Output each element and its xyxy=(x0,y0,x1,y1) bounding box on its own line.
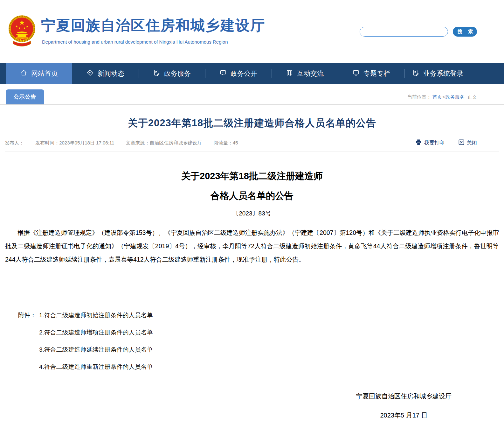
nav-item-label: 专题专栏 xyxy=(363,69,390,78)
breadcrumb-home-link[interactable]: 首页 xyxy=(432,94,442,100)
close-label: 关闭 xyxy=(467,140,477,146)
nav-item-label: 网站首页 xyxy=(31,69,58,78)
document-heading: 关于2023年第18批二级注册建造师 合格人员名单的公告 xyxy=(0,166,504,206)
section-tab-row: 公示公告 当前位置： 首页>政务服务 正文 xyxy=(0,89,504,105)
print-button[interactable]: 我要打印 xyxy=(416,139,445,146)
nav-item-disclosure[interactable]: 政务公开 xyxy=(205,63,272,84)
nav-item-label: 业务系统登录 xyxy=(423,69,463,78)
close-icon xyxy=(459,139,464,146)
attachment-link-1[interactable]: 1.符合二级建造师初始注册条件的人员名单 xyxy=(39,307,153,324)
document-heading-line2: 合格人员名单的公告 xyxy=(0,186,504,206)
attachment-row: 2.符合二级建造师增项注册条件的人员名单 xyxy=(18,324,504,341)
tag-icon xyxy=(86,69,94,78)
attachment-row: 附件： 1.符合二级建造师初始注册条件的人员名单 xyxy=(18,307,504,324)
attachment-link-3[interactable]: 3.符合二级建造师延续注册条件的人员名单 xyxy=(39,341,153,358)
speech-bubble-icon xyxy=(219,69,227,78)
document-pen-icon xyxy=(412,69,419,78)
site-title: 宁夏回族自治区住房和城乡建设厅 xyxy=(41,16,265,35)
attachment-row: 4.符合二级建造师重新注册条件的人员名单 xyxy=(18,358,504,375)
tab-public-announcements[interactable]: 公示公告 xyxy=(6,89,44,104)
print-label: 我要打印 xyxy=(424,140,445,146)
search-box: 搜 索 xyxy=(360,27,477,37)
nav-item-special-topics[interactable]: 专题专栏 xyxy=(338,63,404,84)
nav-item-label: 政务公开 xyxy=(231,69,257,78)
signature-block: 宁夏回族自治区住房和城乡建设厅 2023年5 月17 日 xyxy=(335,392,472,420)
attachment-link-2[interactable]: 2.符合二级建造师增项注册条件的人员名单 xyxy=(39,324,153,341)
nav-item-interaction[interactable]: 互动交流 xyxy=(272,63,338,84)
nav-item-news[interactable]: 新闻动态 xyxy=(72,63,139,84)
site-subtitle: Department of housing and urban rural de… xyxy=(42,39,228,45)
attachment-link-4[interactable]: 4.符合二级建造师重新注册条件的人员名单 xyxy=(39,358,153,375)
attachments-list: 附件： 1.符合二级建造师初始注册条件的人员名单 2.符合二级建造师增项注册条件… xyxy=(18,307,504,375)
document-paragraph: 根据《注册建造师管理规定》（建设部令第153号）、《宁夏回族自治区二级建造师注册… xyxy=(5,226,499,266)
article-meta: 发布人： 发布时间：2023年05月18日 17:06:11 文章来源：自治区住… xyxy=(5,140,248,146)
nav-item-business-login[interactable]: 业务系统登录 xyxy=(404,63,471,84)
home-icon xyxy=(20,69,27,78)
nav-item-label: 互动交流 xyxy=(297,69,324,78)
nav-item-label: 新闻动态 xyxy=(98,69,124,78)
breadcrumb-separator: > xyxy=(442,94,445,100)
monitor-icon xyxy=(352,69,360,78)
nav-item-label: 政务服务 xyxy=(164,69,191,78)
attachments-label: 附件： xyxy=(18,307,39,324)
document-pen-icon xyxy=(153,69,160,78)
article-source: 文章来源：自治区住房和城乡建设厅 xyxy=(126,140,202,145)
folded-map-icon xyxy=(286,69,293,78)
publish-time: 发布时间：2023年05月18日 17:06:11 xyxy=(35,140,114,145)
national-emblem-logo xyxy=(8,13,36,49)
page-title: 关于2023年第18批二级注册建造师合格人员名单的公告 xyxy=(0,116,504,130)
breadcrumb: 当前位置： 首页>政务服务 正文 xyxy=(407,94,477,100)
nav-item-services[interactable]: 政务服务 xyxy=(139,63,205,84)
article-actions: 我要打印 关闭 xyxy=(416,139,477,146)
document-heading-line1: 关于2023年第18批二级注册建造师 xyxy=(0,166,504,186)
article-meta-row: 发布人： 发布时间：2023年05月18日 17:06:11 文章来源：自治区住… xyxy=(5,139,499,151)
breadcrumb-section-link[interactable]: 政务服务 xyxy=(445,94,465,100)
printer-icon xyxy=(416,139,422,146)
document-number: 〔2023〕83号 xyxy=(0,209,504,218)
search-button[interactable]: 搜 索 xyxy=(453,27,477,37)
attachment-row: 3.符合二级建造师延续注册条件的人员名单 xyxy=(18,341,504,358)
signature-organization: 宁夏回族自治区住房和城乡建设厅 xyxy=(335,392,472,401)
view-count: 阅读量：45 xyxy=(214,140,238,145)
search-input[interactable] xyxy=(360,27,448,37)
close-button[interactable]: 关闭 xyxy=(459,139,477,146)
publisher-label: 发布人： xyxy=(5,140,24,145)
main-navigation: 网站首页 新闻动态 政务服务 政务公开 互动交流 专题专栏 业务系统登录 xyxy=(0,63,504,84)
breadcrumb-current: 正文 xyxy=(467,94,477,100)
breadcrumb-prefix: 当前位置： xyxy=(407,94,431,100)
nav-item-home[interactable]: 网站首页 xyxy=(6,63,72,84)
site-header: 宁夏回族自治区住房和城乡建设厅 Department of housing an… xyxy=(0,0,504,63)
signature-date: 2023年5 月17 日 xyxy=(335,411,472,420)
